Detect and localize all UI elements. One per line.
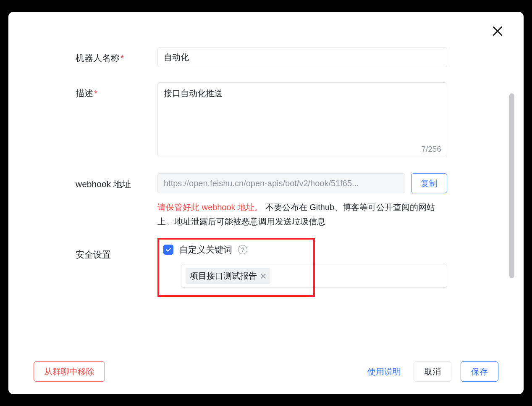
keyword-tag-container[interactable]: 项目接口测试报告 bbox=[181, 264, 447, 288]
header-row bbox=[8, 12, 524, 39]
required-mark: * bbox=[94, 88, 97, 98]
custom-keyword-option: 自定义关键词 ? bbox=[163, 244, 447, 256]
footer-right: 使用说明 取消 保存 bbox=[364, 361, 498, 382]
label-bot-name-text: 机器人名称 bbox=[76, 53, 120, 63]
check-icon bbox=[165, 246, 172, 253]
copy-button[interactable]: 复制 bbox=[411, 173, 447, 193]
row-security: 安全设置 自定义关键词 ? 项目接口测试报告 bbox=[76, 244, 498, 288]
label-security: 安全设置 bbox=[76, 244, 157, 261]
row-bot-name: 机器人名称* bbox=[76, 47, 498, 67]
label-description-text: 描述 bbox=[76, 88, 93, 98]
keyword-tag-remove[interactable] bbox=[260, 273, 266, 279]
x-icon bbox=[260, 273, 266, 279]
close-icon bbox=[492, 25, 503, 37]
description-textarea[interactable] bbox=[157, 82, 447, 156]
close-button[interactable] bbox=[490, 24, 505, 39]
save-button[interactable]: 保存 bbox=[461, 361, 498, 382]
keyword-tag-text: 项目接口测试报告 bbox=[190, 270, 257, 282]
footer-left: 从群聊中移除 bbox=[34, 361, 105, 382]
field-description: 7/256 bbox=[157, 82, 447, 158]
bot-name-input[interactable] bbox=[157, 47, 447, 67]
form-area: 机器人名称* 描述* 7/256 webhook 地址 复制 bbox=[8, 39, 524, 353]
label-description: 描述* bbox=[76, 82, 157, 99]
row-description: 描述* 7/256 bbox=[76, 82, 498, 158]
remove-from-group-button[interactable]: 从群聊中移除 bbox=[34, 361, 105, 382]
keyword-tag: 项目接口测试报告 bbox=[186, 268, 270, 284]
field-webhook: 复制 请保管好此 webhook 地址。 不要公布在 Github、博客等可公开… bbox=[157, 173, 447, 229]
settings-modal: 机器人名称* 描述* 7/256 webhook 地址 复制 bbox=[8, 12, 524, 394]
webhook-warning: 请保管好此 webhook 地址。 不要公布在 Github、博客等可公开查阅的… bbox=[157, 200, 447, 229]
field-bot-name bbox=[157, 47, 447, 67]
required-mark: * bbox=[121, 53, 124, 63]
webhook-url-input[interactable] bbox=[157, 173, 405, 193]
row-webhook: webhook 地址 复制 请保管好此 webhook 地址。 不要公布在 Gi… bbox=[76, 173, 498, 229]
help-icon[interactable]: ? bbox=[238, 245, 247, 254]
cancel-button[interactable]: 取消 bbox=[414, 361, 451, 382]
description-counter: 7/256 bbox=[421, 145, 441, 154]
field-security: 自定义关键词 ? 项目接口测试报告 bbox=[157, 244, 447, 288]
custom-keyword-checkbox[interactable] bbox=[163, 245, 173, 255]
label-webhook: webhook 地址 bbox=[76, 173, 157, 190]
webhook-warning-red: 请保管好此 webhook 地址。 bbox=[157, 203, 263, 212]
usage-link[interactable]: 使用说明 bbox=[364, 361, 404, 382]
scrollbar[interactable] bbox=[509, 93, 514, 278]
label-bot-name: 机器人名称* bbox=[76, 47, 157, 64]
webhook-row: 复制 bbox=[157, 173, 447, 193]
custom-keyword-label: 自定义关键词 bbox=[179, 244, 232, 256]
modal-footer: 从群聊中移除 使用说明 取消 保存 bbox=[8, 353, 524, 394]
